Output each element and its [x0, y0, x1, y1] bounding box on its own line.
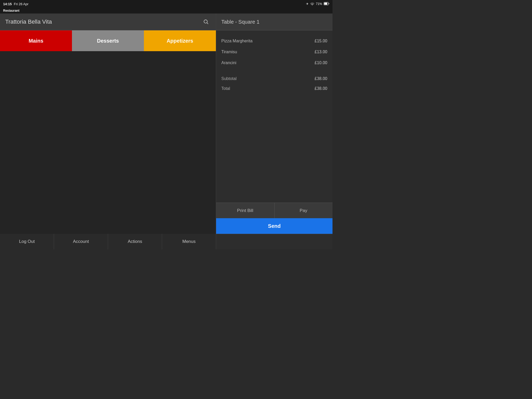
right-panel: Table - Square 1 Pizza Margherita £15.00…	[216, 14, 332, 234]
total-label: Total	[221, 86, 230, 91]
status-left: 14:15 Fri 26 Apr	[3, 2, 29, 6]
order-item-price-pizza: £15.00	[315, 39, 327, 43]
order-item-pizza[interactable]: Pizza Margherita £15.00	[221, 36, 327, 46]
tab-appetizers[interactable]: Appetizers	[144, 30, 216, 51]
battery-percentage: 71%	[316, 2, 322, 6]
app-name-bar: Restaurant	[0, 8, 332, 14]
bottom-right-spacer	[216, 234, 332, 249]
order-item-arancini[interactable]: Arancini £10.00	[221, 57, 327, 68]
battery-icon	[324, 2, 329, 6]
order-items: Pizza Margherita £15.00 Tiramisu £13.00 …	[216, 30, 332, 203]
bottom-nav: Log Out Account Actions Menus	[0, 234, 216, 249]
status-time: 14:15	[3, 2, 12, 6]
tab-desserts[interactable]: Desserts	[72, 30, 144, 51]
subtotal-label: Subtotal	[221, 76, 237, 81]
print-bill-button[interactable]: Print Bill	[216, 203, 275, 218]
order-item-name-tiramisu: Tiramisu	[221, 50, 237, 54]
order-item-price-tiramisu: £13.00	[315, 50, 327, 54]
bottom-area: Log Out Account Actions Menus	[0, 234, 332, 249]
category-tabs: Mains Desserts Appetizers	[0, 30, 216, 51]
send-button[interactable]: Send	[216, 218, 332, 234]
search-button[interactable]	[201, 17, 211, 26]
nav-log-out[interactable]: Log Out	[0, 234, 54, 249]
status-bar: 14:15 Fri 26 Apr ✈ 71%	[0, 0, 332, 8]
app-name: Restaurant	[3, 9, 19, 12]
right-header: Table - Square 1	[216, 14, 332, 30]
right-actions: Print Bill Pay	[216, 203, 332, 218]
nav-menus[interactable]: Menus	[162, 234, 216, 249]
menu-content	[0, 51, 216, 234]
table-name: Table - Square 1	[221, 19, 260, 25]
svg-line-3	[207, 23, 208, 24]
status-right: ✈ 71%	[306, 2, 329, 6]
subtotal-value: £38.00	[315, 76, 327, 81]
order-divider	[221, 71, 327, 71]
order-total: Total £38.00	[221, 84, 327, 94]
nav-actions[interactable]: Actions	[108, 234, 162, 249]
total-value: £38.00	[315, 86, 327, 91]
svg-point-2	[204, 20, 207, 23]
order-subtotal: Subtotal £38.00	[221, 74, 327, 84]
status-date: Fri 26 Apr	[14, 2, 28, 6]
order-item-price-arancini: £10.00	[315, 61, 327, 65]
search-icon	[203, 19, 209, 25]
wifi-icon	[310, 2, 314, 6]
order-item-name-arancini: Arancini	[221, 61, 236, 65]
tab-mains[interactable]: Mains	[0, 30, 72, 51]
order-item-name-pizza: Pizza Margherita	[221, 39, 252, 43]
airplane-icon: ✈	[306, 2, 309, 6]
restaurant-name: Trattoria Bella Vita	[5, 18, 52, 25]
pay-button[interactable]: Pay	[275, 203, 333, 218]
main-layout: Trattoria Bella Vita Mains Desserts Appe…	[0, 14, 332, 234]
svg-rect-1	[324, 3, 327, 5]
order-item-tiramisu[interactable]: Tiramisu £13.00	[221, 46, 327, 57]
left-panel: Trattoria Bella Vita Mains Desserts Appe…	[0, 14, 216, 234]
left-header: Trattoria Bella Vita	[0, 14, 216, 30]
nav-account[interactable]: Account	[54, 234, 108, 249]
